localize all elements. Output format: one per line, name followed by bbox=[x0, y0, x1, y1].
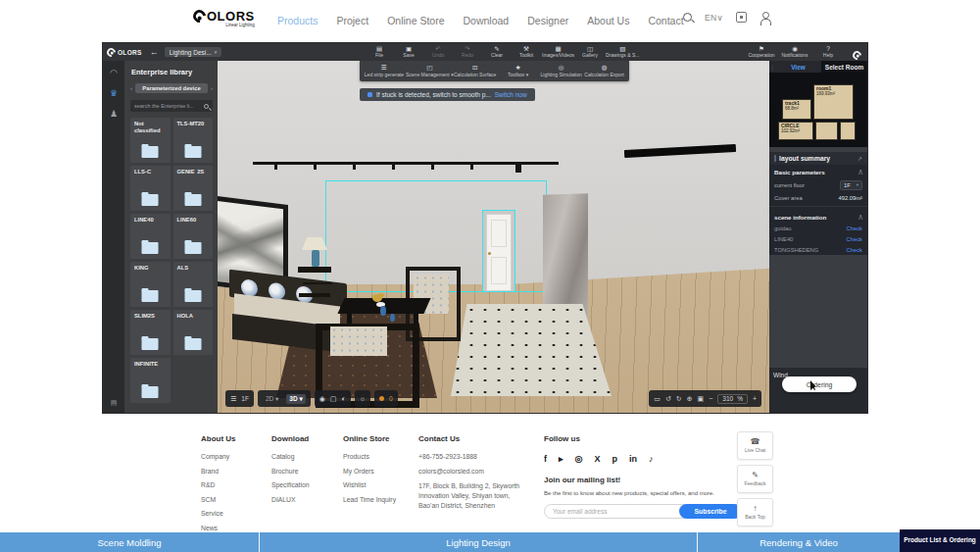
orbit-left-icon[interactable]: ↺ bbox=[665, 395, 671, 402]
nav-item-about-us[interactable]: About Us bbox=[587, 15, 629, 26]
ordering-button[interactable]: Ordering bbox=[782, 376, 857, 392]
youtube-icon[interactable]: ▸ bbox=[559, 455, 564, 464]
step-rendering-video[interactable]: Rendering & Video bbox=[698, 532, 900, 552]
side-table[interactable] bbox=[298, 267, 331, 273]
toolbar-calculation-export[interactable]: ◍Calculation Export bbox=[583, 65, 626, 77]
floor-stack-icon[interactable]: ☰ bbox=[230, 395, 236, 402]
door[interactable] bbox=[482, 210, 515, 292]
toolbar-drawings-s[interactable]: ▧Drawings & S... bbox=[606, 46, 639, 59]
cube-icon[interactable]: ▢ bbox=[330, 395, 337, 402]
footer-link-news[interactable]: News bbox=[201, 525, 271, 531]
focus-icon[interactable]: ⊕ bbox=[687, 395, 693, 402]
footer-link-r-d[interactable]: R&D bbox=[201, 481, 271, 488]
screen-icon[interactable]: ▭ bbox=[654, 395, 661, 402]
blue-vase[interactable] bbox=[390, 314, 395, 322]
footer-link-lead-time-inquiry[interactable]: Lead Time Inquiry bbox=[343, 496, 418, 503]
footer-link-colors-colorsled-com[interactable]: colors@colorsled.com bbox=[418, 468, 544, 475]
toolbar-cooperation[interactable]: ⚑Cooperation bbox=[748, 46, 775, 59]
floor-select[interactable]: 1F▾ bbox=[840, 180, 862, 190]
flower-decor[interactable] bbox=[372, 294, 382, 302]
collapse-icon[interactable]: ᐱ bbox=[858, 215, 862, 221]
footer-link-products[interactable]: Products bbox=[343, 453, 418, 460]
nav-item-online-store[interactable]: Online Store bbox=[387, 15, 444, 26]
widget-feedback[interactable]: ✎Feedback bbox=[737, 465, 773, 493]
crown-icon[interactable]: ♛ bbox=[110, 89, 118, 98]
user-icon[interactable]: ♟ bbox=[110, 110, 118, 119]
nav-item-project[interactable]: Project bbox=[336, 15, 368, 26]
instagram-icon[interactable]: ◎ bbox=[575, 455, 583, 464]
footer-link-company[interactable]: Company bbox=[201, 453, 271, 460]
back-arrow-icon[interactable]: ← bbox=[150, 47, 159, 57]
table-lamp-body[interactable] bbox=[312, 250, 319, 267]
nav-item-products[interactable]: Products bbox=[277, 15, 318, 26]
tab-view[interactable]: View bbox=[775, 61, 821, 73]
footer-link-catalog[interactable]: Catalog bbox=[271, 453, 343, 460]
nav-item-contact[interactable]: Contact bbox=[648, 15, 683, 26]
toolbar-calculation-surface[interactable]: ⊡Calculation Surface bbox=[454, 65, 497, 77]
account-icon[interactable] bbox=[760, 12, 770, 23]
3d-viewport[interactable]: ☰1F2D ▾3D ▾◉▢◐☼0 ▭↺↻⊕▣−310%+ bbox=[218, 61, 769, 413]
minimap-room-circle[interactable]: CIRCLE102.92m² bbox=[778, 122, 813, 140]
library-search-input[interactable] bbox=[134, 103, 204, 109]
footer-link-scm[interactable]: SCM bbox=[201, 496, 271, 503]
document-title-dropdown[interactable]: Lighting Desi...▾ bbox=[165, 47, 222, 57]
category-prev-icon[interactable]: ‹ bbox=[130, 85, 132, 91]
apps-icon[interactable] bbox=[736, 12, 747, 23]
folder-tile-slim2s[interactable]: SLIM2S bbox=[130, 310, 171, 355]
orbit-right-icon[interactable]: ↻ bbox=[676, 395, 682, 402]
minimap-room[interactable] bbox=[815, 122, 838, 140]
footer-link-specification[interactable]: Specification bbox=[271, 481, 343, 488]
zoom-out-icon[interactable]: − bbox=[709, 395, 712, 402]
check-link[interactable]: Check bbox=[847, 236, 862, 242]
widget-live-chat[interactable]: ☎Live Chat bbox=[737, 431, 773, 460]
folder-tile-not-classified[interactable]: Not classified bbox=[130, 118, 171, 163]
toolbar-led-strip-generate[interactable]: ☰Led strip generate bbox=[363, 65, 406, 77]
subscribe-button[interactable]: Subscribe bbox=[679, 504, 742, 519]
nav-item-designer[interactable]: Designer bbox=[527, 15, 568, 26]
toolbar-save[interactable]: ▣Save bbox=[395, 46, 422, 59]
toolbar-file[interactable]: ▤File bbox=[366, 46, 393, 59]
toolbar-toolkit[interactable]: ⚒Toolkit bbox=[513, 46, 540, 59]
toolbar-toolbox[interactable]: ★Toolbox ▾ bbox=[497, 65, 540, 77]
nav-item-download[interactable]: Download bbox=[464, 15, 510, 26]
folder-tile-tls-mt20[interactable]: TLS-MT20 bbox=[173, 118, 214, 163]
footer-link-wishlist[interactable]: Wishlist bbox=[343, 481, 418, 488]
footer-link-my-orders[interactable]: My Orders bbox=[343, 468, 418, 475]
zoom-in-icon[interactable]: + bbox=[753, 395, 757, 402]
category-next-icon[interactable]: › bbox=[211, 85, 213, 91]
mode-3d[interactable]: 3D ▾ bbox=[286, 394, 305, 404]
sun-icon[interactable]: ☼ bbox=[360, 395, 366, 402]
tiktok-icon[interactable]: ♪ bbox=[649, 455, 654, 464]
collapse-icon[interactable]: ᐱ bbox=[858, 170, 862, 176]
toolbar-lighting-simulation[interactable]: ◎Lighting Simulation bbox=[540, 65, 583, 77]
step-product-list-ordering[interactable]: Product List & Ordering bbox=[900, 529, 980, 552]
toolbar-notifications[interactable]: ◉Notifications bbox=[781, 46, 808, 59]
drag-handle-icon[interactable] bbox=[774, 155, 776, 162]
toolbar-gallery[interactable]: ◫Gallery bbox=[576, 46, 604, 59]
minimap-room[interactable] bbox=[840, 122, 856, 140]
folder-tile-hola[interactable]: HOLA bbox=[173, 310, 214, 355]
language-selector[interactable]: EN∨ bbox=[705, 13, 723, 23]
check-link[interactable]: Check bbox=[847, 247, 862, 253]
blue-vase[interactable] bbox=[380, 306, 386, 316]
minimap-room-room1[interactable]: room1169.93m² bbox=[813, 84, 854, 120]
check-link[interactable]: Check bbox=[847, 226, 862, 231]
eye-icon[interactable]: ◉ bbox=[319, 395, 325, 402]
switch-now-link[interactable]: Switch now bbox=[495, 91, 527, 98]
lamp-icon[interactable]: ◠ bbox=[110, 69, 118, 77]
folder-tile-king[interactable]: KING bbox=[130, 262, 171, 307]
floorplan-minimap[interactable]: track168.8m²room1169.93m²CIRCLE102.92m² bbox=[769, 73, 867, 147]
keyboard-icon[interactable]: ▤ bbox=[103, 399, 124, 407]
x-icon[interactable]: X bbox=[594, 455, 600, 464]
ceiling-track-light[interactable] bbox=[253, 162, 559, 165]
site-logo[interactable]: OLORS Linear Lighting bbox=[193, 9, 255, 27]
folder-tile-genie-2s[interactable]: GENIE 2S bbox=[173, 166, 214, 211]
folder-tile-infinite[interactable]: INFINITE bbox=[130, 358, 171, 403]
footer-link-86-755-2923-1888[interactable]: +86-755-2923-1888 bbox=[418, 453, 544, 460]
footer-link-service[interactable]: Service bbox=[201, 510, 271, 517]
category-selector[interactable]: Parameterized device bbox=[135, 83, 208, 93]
mode-2d[interactable]: 2D ▾ bbox=[263, 394, 281, 404]
widget-back-top[interactable]: ↑Back Top bbox=[737, 498, 773, 527]
footer-link-brand[interactable]: Brand bbox=[201, 468, 271, 475]
folder-tile-line40[interactable]: LINE40 bbox=[130, 214, 171, 259]
